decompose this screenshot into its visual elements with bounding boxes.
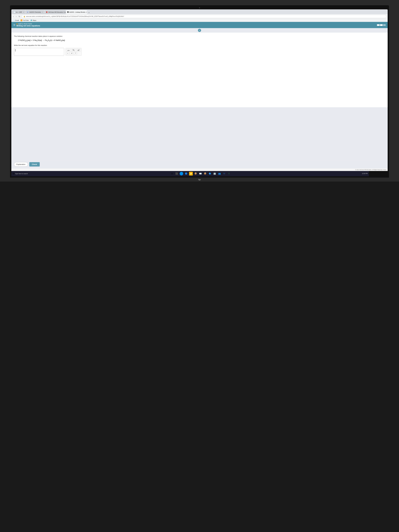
taskbar-task-view[interactable]: ⬛ bbox=[175, 172, 178, 176]
hp-logo: hp bbox=[198, 178, 201, 181]
spacer-area bbox=[14, 58, 385, 105]
copyright-bar: © 2021 McGraw-Hill Education. All Rights… bbox=[11, 169, 388, 171]
taskbar-office[interactable]: 🏢 bbox=[213, 172, 216, 176]
aleks-title-section: SIMPLE REACTIONS Writing net ionic equat… bbox=[17, 23, 40, 27]
taskbar-word[interactable]: W bbox=[222, 172, 226, 176]
tab-icon: 📕 bbox=[46, 11, 48, 13]
aleks-container: ☰ SIMPLE REACTIONS Writing net ionic equ… bbox=[11, 22, 388, 171]
bond-single-icon bbox=[67, 49, 70, 51]
progress-seg-1 bbox=[377, 24, 380, 26]
toolbar-delete[interactable]: × bbox=[66, 52, 69, 55]
taskbar-edge[interactable]: 🌐 bbox=[180, 172, 183, 176]
bookmarks-bar: ✉️ Gmail ▶️ YouTube 🗺️ Maps bbox=[11, 19, 388, 22]
question-text: Write the net ionic equation for this re… bbox=[14, 44, 385, 46]
screen-bezel: 📄 ns – UNF × ⚗️ ALEKS Chemistry × 📕 McGr… bbox=[10, 5, 389, 177]
svg-rect-4 bbox=[74, 50, 74, 51]
tab-bar: 📄 ns – UNF × ⚗️ ALEKS Chemistry × 📕 McGr… bbox=[11, 9, 388, 14]
maps-icon: 🗺️ bbox=[30, 19, 32, 21]
url-box[interactable]: 🔒 www-awn.aleks.com/alekscgi/x/lsl.exe/1… bbox=[22, 15, 386, 18]
taskbar-search[interactable]: ⊙ Type here to search bbox=[13, 172, 39, 175]
taskbar-excel[interactable]: X bbox=[227, 172, 231, 176]
cursor bbox=[15, 49, 15, 51]
taskbar-teams[interactable]: 👥 bbox=[218, 172, 221, 176]
tab-icon: ⚗️ bbox=[27, 11, 29, 13]
toolbar-row-1 bbox=[66, 49, 81, 51]
answer-section: × ↺ ? bbox=[14, 48, 385, 56]
youtube-icon: ▶️ bbox=[20, 19, 22, 21]
address-bar: ‹ › ↻ 🔒 www-awn.aleks.com/alekscgi/x/lsl… bbox=[11, 14, 388, 19]
toolbar-superscript[interactable] bbox=[76, 49, 81, 51]
tab-icon-active: 🅐 bbox=[67, 11, 69, 13]
superscript-icon bbox=[77, 49, 80, 51]
svg-rect-6 bbox=[77, 50, 78, 51]
toolbar-undo[interactable]: ↺ bbox=[70, 52, 73, 55]
gmail-icon: ✉️ bbox=[13, 19, 15, 21]
back-button[interactable]: ‹ bbox=[13, 15, 14, 18]
tab-close-2[interactable]: × bbox=[42, 12, 43, 13]
laptop-frame: 📄 ns – UNF × ⚗️ ALEKS Chemistry × 📕 McGr… bbox=[0, 0, 399, 182]
category-dot bbox=[17, 24, 18, 25]
progress-seg-3 bbox=[383, 24, 386, 26]
aleks-category: SIMPLE REACTIONS bbox=[17, 23, 40, 25]
browser-window: 📄 ns – UNF × ⚗️ ALEKS Chemistry × 📕 McGr… bbox=[11, 9, 388, 171]
svg-rect-5 bbox=[74, 50, 74, 51]
chem-toolbar: × ↺ ? bbox=[65, 48, 82, 56]
tab-close-1[interactable]: × bbox=[23, 12, 24, 13]
taskbar-chrome[interactable]: 🔵 bbox=[184, 172, 188, 176]
toolbar-row-2: × ↺ ? bbox=[66, 52, 81, 55]
search-icon: ⊙ bbox=[13, 172, 14, 175]
toolbar-help[interactable]: ? bbox=[74, 52, 77, 55]
progress-bars bbox=[377, 24, 386, 26]
svg-rect-7 bbox=[78, 50, 79, 51]
taskbar-icons: ⊙ ⬛ 🌐 🔵 📁 📦 ✉️ 📦 🔷 🏢 👥 W X bbox=[40, 172, 361, 176]
taskbar-search-btn[interactable]: ⊙ bbox=[170, 172, 174, 176]
taskbar-right: 12:00 PM bbox=[362, 173, 367, 174]
problem-intro-text: The following chemical reaction takes pl… bbox=[14, 35, 385, 37]
tab-aleks-active[interactable]: 🅐 ALEKS - Lindsay Brooks - Learn × bbox=[66, 10, 87, 14]
refresh-button[interactable]: ↻ bbox=[18, 15, 21, 18]
hamburger-menu[interactable]: ☰ bbox=[13, 24, 15, 26]
svg-rect-2 bbox=[69, 50, 70, 51]
answer-input[interactable] bbox=[14, 48, 64, 56]
main-content: The following chemical reaction takes pl… bbox=[11, 33, 388, 107]
forward-button[interactable]: › bbox=[15, 15, 17, 18]
taskbar-mail[interactable]: ✉️ bbox=[199, 172, 202, 176]
taskbar: ⊙ Type here to search ⊙ ⬛ 🌐 🔵 📁 📦 ✉️ 📦 🔷… bbox=[11, 171, 369, 176]
check-button[interactable]: Check bbox=[29, 162, 40, 166]
taskbar-time: 12:00 PM bbox=[362, 173, 367, 174]
taskbar-files[interactable]: 📁 bbox=[189, 172, 193, 176]
tab-ns-unf[interactable]: 📄 ns – UNF × bbox=[12, 10, 25, 14]
toolbar-subscript[interactable] bbox=[71, 49, 76, 51]
bottom-buttons: Explanation Check bbox=[11, 160, 388, 169]
taskbar-dropbox[interactable]: 📦 bbox=[203, 172, 207, 176]
explanation-button[interactable]: Explanation bbox=[14, 162, 28, 166]
new-tab-button[interactable]: + bbox=[87, 12, 91, 14]
camera-dot bbox=[199, 7, 200, 8]
collapse-button[interactable]: ∨ bbox=[198, 29, 201, 32]
progress-seg-2 bbox=[380, 24, 383, 26]
subscript-icon bbox=[72, 49, 75, 51]
aleks-header: ☰ SIMPLE REACTIONS Writing net ionic equ… bbox=[11, 22, 388, 28]
tab-icon: 📄 bbox=[13, 11, 15, 13]
toolbar-bond-single[interactable] bbox=[66, 49, 71, 51]
chemical-equation: 2 Fe(NO3)3(aq) + 3 Na2S(aq) → Fe2S3(s) +… bbox=[18, 39, 385, 42]
bookmark-maps[interactable]: 🗺️ Maps bbox=[30, 19, 36, 21]
taskbar-store[interactable]: 📦 bbox=[194, 172, 197, 176]
svg-rect-8 bbox=[79, 50, 79, 50]
tab-mcgrawhill[interactable]: 📕 McGraw-Hill Education Campus × bbox=[44, 10, 66, 14]
url-text: www-awn.aleks.com/alekscgi/x/lsl.exe/1o_… bbox=[26, 16, 124, 17]
aleks-subtitle: Writing net ionic equations bbox=[17, 25, 40, 27]
taskbar-skype[interactable]: 🔷 bbox=[208, 172, 212, 176]
bookmark-gmail[interactable]: ✉️ Gmail bbox=[13, 19, 19, 21]
tab-aleks-chemistry[interactable]: ⚗️ ALEKS Chemistry × bbox=[25, 10, 44, 14]
svg-rect-0 bbox=[67, 50, 68, 51]
bookmark-youtube[interactable]: ▶️ YouTube bbox=[20, 19, 29, 21]
laptop-bottom: hp bbox=[0, 177, 399, 182]
collapse-row: ∨ bbox=[11, 28, 388, 33]
svg-rect-3 bbox=[72, 50, 73, 51]
lock-icon: 🔒 bbox=[24, 16, 25, 17]
